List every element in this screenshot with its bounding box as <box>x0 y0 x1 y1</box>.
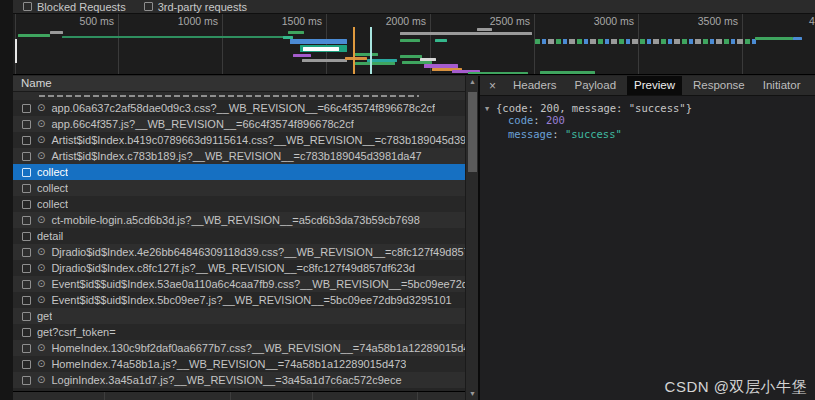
waterfall-bar <box>400 32 532 35</box>
waterfall-bar <box>355 62 395 65</box>
event-marker-line <box>370 27 372 75</box>
waterfall-bar <box>50 31 63 34</box>
gear-icon: ⊙ <box>37 263 45 273</box>
tab-initiator[interactable]: Initiator <box>756 76 808 95</box>
request-name: app.06a637c2af58dae0d9c3.css?__WB_REVISI… <box>51 102 435 114</box>
blocked-requests-checkbox[interactable] <box>23 2 32 11</box>
request-name: HomeIndex.74a58b1a.js?__WB_REVISION__=74… <box>51 358 406 370</box>
waterfall-bar <box>18 34 50 37</box>
row-checkbox[interactable] <box>22 184 31 193</box>
request-row[interactable]: ⊙Artist$id$Index.c783b189.js?__WB_REVISI… <box>13 148 465 164</box>
row-checkbox[interactable] <box>22 232 31 241</box>
request-row[interactable]: ⊙Djradio$id$Index.c8fc127f.js?__WB_REVIS… <box>13 260 465 276</box>
name-column-header[interactable]: Name <box>13 76 465 92</box>
request-name: Artist$id$Index.b419c0789663d9115614.css… <box>51 134 465 146</box>
tab-response[interactable]: Response <box>686 76 752 95</box>
waterfall-bar <box>424 64 458 68</box>
row-checkbox[interactable] <box>22 200 31 209</box>
request-name: get?csrf_token= <box>37 326 116 338</box>
request-name: ct-mobile-login.a5cd6b3d.js?__WB_REVISIO… <box>51 214 419 226</box>
event-marker-line <box>353 27 355 75</box>
blocked-requests-checkbox-group[interactable]: Blocked Requests <box>23 1 126 13</box>
third-party-requests-checkbox-group[interactable]: 3rd-party requests <box>144 1 247 13</box>
request-name: Event$id$$uid$Index.53ae0a110a6c4caa7fb9… <box>51 278 465 290</box>
request-row[interactable]: get <box>13 308 465 324</box>
row-checkbox[interactable] <box>22 248 31 257</box>
request-row[interactable]: ⊙HomeIndex.74a58b1a.js?__WB_REVISION__=7… <box>13 356 465 372</box>
tab-timing[interactable]: Timing <box>811 76 815 95</box>
tab-preview[interactable]: Preview <box>627 76 682 95</box>
row-checkbox[interactable] <box>22 216 31 225</box>
waterfall-bar <box>62 36 287 38</box>
tab-payload[interactable]: Payload <box>567 76 623 95</box>
watermark: CSDN @双层小牛堡 <box>665 378 807 397</box>
json-root-node[interactable]: ▼ {code: 200, message: "success"} <box>480 102 815 114</box>
preview-tab-content: ▼ {code: 200, message: "success"} code: … <box>480 96 815 400</box>
request-row[interactable]: ⊙LoginIndex.3a45a1d7.js?__WB_REVISION__=… <box>13 372 465 388</box>
waterfall-bar <box>793 37 802 40</box>
request-name: LoginIndex.3a45a1d7.js?__WB_REVISION__=3… <box>51 374 401 386</box>
summary-bar <box>13 391 465 400</box>
request-row[interactable]: ⊙Event$id$$uid$Index.53ae0a110a6c4caa7fb… <box>13 276 465 292</box>
gear-icon: ⊙ <box>37 359 45 369</box>
request-row[interactable]: ⊙Artist$id$Index.b419c0789663d9115614.cs… <box>13 132 465 148</box>
timeline-tick-label: 3000 ms <box>535 14 639 75</box>
json-property[interactable]: message: "success" <box>480 128 815 140</box>
request-row[interactable]: collect <box>13 164 465 180</box>
list-scrollbar[interactable]: ▲ ▼ <box>465 76 478 400</box>
request-row[interactable]: collect <box>13 196 465 212</box>
waterfall-bar <box>468 72 528 75</box>
request-row[interactable]: get?csrf_token= <box>13 324 465 340</box>
request-row[interactable]: ⊙HomeIndex.130c9bf2daf0aa6677b7.css?__WB… <box>13 340 465 356</box>
json-property[interactable]: code: 200 <box>480 114 815 126</box>
json-value: 200 <box>546 114 565 126</box>
gear-icon: ⊙ <box>37 151 45 161</box>
row-checkbox[interactable] <box>22 344 31 353</box>
row-checkbox[interactable] <box>22 264 31 273</box>
request-name: Djradio$id$Index.c8fc127f.js?__WB_REVISI… <box>51 262 415 274</box>
waterfall-bar <box>540 71 595 74</box>
gear-icon: ⊙ <box>37 375 45 385</box>
gear-icon: ⊙ <box>37 103 45 113</box>
row-checkbox[interactable] <box>22 312 31 321</box>
row-checkbox[interactable] <box>22 360 31 369</box>
timeline-tick-label: 500 ms <box>15 14 119 75</box>
request-name: Event$id$$uid$Index.5bc09ee7.js?__WB_REV… <box>51 294 451 306</box>
gear-icon: ⊙ <box>37 215 45 225</box>
row-checkbox[interactable] <box>22 104 31 113</box>
waterfall-bar <box>345 57 367 60</box>
waterfall-bar <box>400 55 422 58</box>
expander-triangle-icon[interactable]: ▼ <box>485 103 489 115</box>
clipped-row[interactable] <box>13 92 465 100</box>
request-row[interactable]: ⊙Event$id$$uid$Index.5bc09ee7.js?__WB_RE… <box>13 292 465 308</box>
request-row[interactable]: ⊙Djradio$id$Index.4e26bb64846309118d39.c… <box>13 244 465 260</box>
request-row[interactable]: ⊙app.06a637c2af58dae0d9c3.css?__WB_REVIS… <box>13 100 465 116</box>
json-key: message <box>508 128 552 140</box>
request-name: Artist$id$Index.c783b189.js?__WB_REVISIO… <box>51 150 421 162</box>
row-checkbox[interactable] <box>22 120 31 129</box>
row-checkbox[interactable] <box>22 280 31 289</box>
request-name: collect <box>37 166 68 178</box>
json-value: "success" <box>565 128 622 140</box>
gear-icon: ⊙ <box>37 279 45 289</box>
request-details-pane: × HeadersPayloadPreviewResponseInitiator… <box>480 76 815 400</box>
tab-headers[interactable]: Headers <box>506 76 563 95</box>
details-tabstrip: × HeadersPayloadPreviewResponseInitiator… <box>480 76 815 96</box>
request-row[interactable]: ⊙ct-mobile-login.a5cd6b3d.js?__WB_REVISI… <box>13 212 465 228</box>
third-party-requests-checkbox[interactable] <box>144 2 153 11</box>
request-row[interactable]: collect <box>13 180 465 196</box>
row-checkbox[interactable] <box>22 168 31 177</box>
row-checkbox[interactable] <box>22 328 31 337</box>
row-checkbox[interactable] <box>22 136 31 145</box>
network-overview-timeline[interactable]: 500 ms1000 ms1500 ms2000 ms2500 ms3000 m… <box>13 14 815 75</box>
row-checkbox[interactable] <box>22 296 31 305</box>
close-icon[interactable]: × <box>480 79 504 93</box>
request-row[interactable]: ⊙app.66c4f357.js?__WB_REVISION__=66c4f35… <box>13 116 465 132</box>
request-name: app.66c4f357.js?__WB_REVISION__=66c4f357… <box>51 118 353 130</box>
scrollbar-thumb[interactable] <box>468 92 477 172</box>
row-checkbox[interactable] <box>22 376 31 385</box>
request-row[interactable]: detail <box>13 228 465 244</box>
overview-drag-handle[interactable] <box>15 39 17 63</box>
waterfall-bar <box>290 39 347 44</box>
row-checkbox[interactable] <box>22 152 31 161</box>
